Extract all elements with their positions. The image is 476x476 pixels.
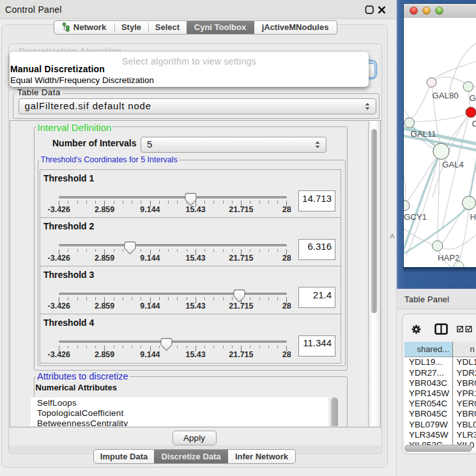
svg-text:GAL11: GAL11: [411, 129, 436, 139]
svg-text:GCY1: GCY1: [404, 212, 427, 222]
svg-text:HAP2: HAP2: [438, 253, 459, 263]
svg-text:GA: GA: [470, 93, 476, 103]
svg-text:C: C: [472, 119, 476, 128]
svg-text:GAL80: GAL80: [433, 91, 459, 100]
svg-text:GAL4: GAL4: [442, 160, 464, 169]
svg-text:H: H: [470, 212, 476, 222]
